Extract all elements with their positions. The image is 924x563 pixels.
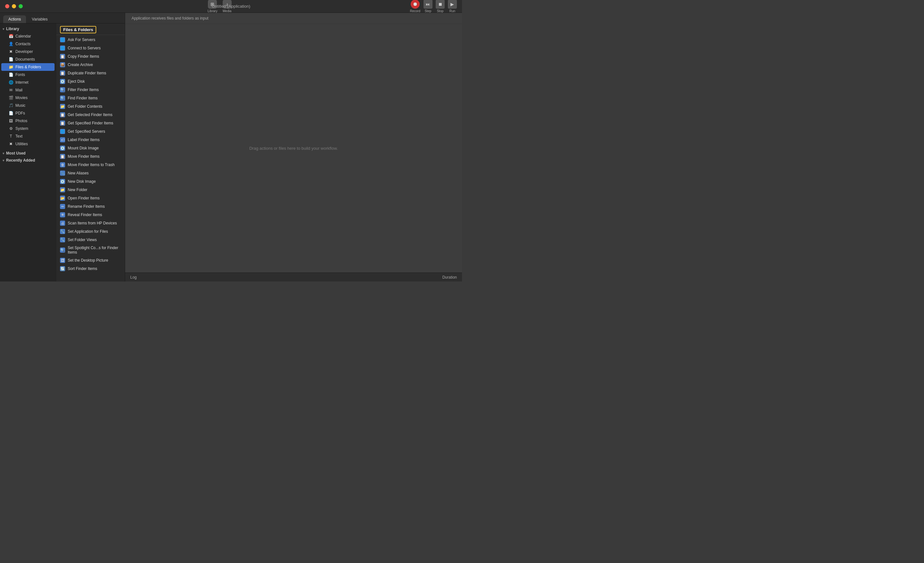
record-icon: ⏺ (411, 0, 420, 9)
record-button[interactable]: ⏺ Record (410, 0, 420, 13)
sidebar-system-label: System (15, 126, 28, 131)
sidebar-section-recently-added[interactable]: ▾ Recently Added (0, 157, 56, 164)
action-item-set-spotlight-comments[interactable]: 🔍Set Spotlight Co...s for Finder Items (56, 244, 125, 256)
sidebar-item-developer[interactable]: ✖ Developer (1, 48, 54, 55)
action-item-find-finder-items[interactable]: 🔍Find Finder Items (56, 94, 125, 102)
action-icon-mount-disk-image: 💿 (60, 145, 65, 151)
close-button[interactable] (5, 4, 9, 8)
window-controls (5, 4, 23, 8)
utilities-icon: ✖ (8, 141, 14, 147)
action-item-get-specified-finder-items[interactable]: 📋Get Specified Finder Items (56, 119, 125, 127)
action-icon-set-spotlight-comments: 🔍 (60, 247, 65, 253)
action-item-scan-items-hp[interactable]: 🖨Scan Items from HP Devices (56, 219, 125, 227)
documents-icon: 📄 (8, 57, 14, 62)
stop-button[interactable]: ⏹ Stop (436, 0, 445, 13)
action-label-set-application-for-files: Set Application for Files (68, 229, 108, 234)
action-icon-get-specified-finder-items: 📋 (60, 121, 65, 126)
action-item-create-archive[interactable]: 📦Create Archive (56, 61, 125, 69)
photos-icon: 🖼 (8, 118, 14, 123)
action-label-scan-items-hp: Scan Items from HP Devices (68, 221, 117, 225)
sidebar-item-contacts[interactable]: 👤 Contacts (1, 40, 54, 48)
movies-icon: 🎬 (8, 95, 14, 100)
sidebar-item-internet[interactable]: 🌐 Internet (1, 79, 54, 86)
action-item-reveal-finder-items[interactable]: 👁Reveal Finder Items (56, 211, 125, 219)
action-label-get-selected-finder-items: Get Selected Finder Items (68, 112, 112, 117)
action-label-mount-disk-image: Mount Disk Image (68, 146, 99, 150)
action-item-filter-finder-items[interactable]: 🔍Filter Finder Items (56, 85, 125, 94)
workflow-header: Application receives files and folders a… (125, 13, 462, 24)
sidebar-most-used-label: Most Used (6, 151, 26, 156)
action-label-eject-disk: Eject Disk (68, 79, 85, 84)
step-button[interactable]: ⏭ Step (423, 0, 432, 13)
sidebar-item-text[interactable]: T Text (1, 132, 54, 140)
system-icon: ⚙ (8, 126, 14, 131)
sidebar-item-files-folders[interactable]: 📁 Files & Folders (1, 63, 54, 71)
action-item-eject-disk[interactable]: 💿Eject Disk (56, 77, 125, 85)
mail-icon: ✉ (8, 88, 14, 93)
action-icon-ask-for-servers: 🌐 (60, 37, 65, 42)
action-item-new-folder[interactable]: 📁New Folder (56, 186, 125, 194)
sidebar-item-system[interactable]: ⚙ System (1, 125, 54, 132)
action-item-new-disk-image[interactable]: 💿New Disk Image (56, 177, 125, 186)
developer-icon: ✖ (8, 49, 14, 54)
action-label-sort-finder-items: Sort Finder Items (68, 267, 97, 271)
action-item-get-specified-servers[interactable]: 🌐Get Specified Servers (56, 127, 125, 136)
action-label-connect-to-servers: Connect to Servers (68, 46, 101, 50)
action-item-mount-disk-image[interactable]: 💿Mount Disk Image (56, 144, 125, 152)
action-label-open-finder-items: Open Finder Items (68, 196, 99, 201)
duration-label: Duration (442, 275, 457, 280)
sidebar-section-library[interactable]: ▾ Library (0, 25, 56, 32)
workflow-canvas[interactable]: Drag actions or files here to build your… (125, 24, 462, 273)
stop-icon: ⏹ (436, 0, 445, 9)
sidebar-item-mail[interactable]: ✉ Mail (1, 86, 54, 94)
sidebar-item-pdfs[interactable]: 📄 PDFs (1, 109, 54, 117)
action-item-open-finder-items[interactable]: 📂Open Finder Items (56, 194, 125, 202)
action-icon-open-finder-items: 📂 (60, 196, 65, 201)
maximize-button[interactable] (19, 4, 23, 8)
action-icon-get-selected-finder-items: 📋 (60, 112, 65, 117)
recently-added-arrow-icon: ▾ (3, 159, 4, 162)
toolbar-right: ⏺ Record ⏭ Step ⏹ Stop ▶ Run (410, 0, 457, 13)
sidebar-item-documents[interactable]: 📄 Documents (1, 55, 54, 63)
action-item-new-aliases[interactable]: 📎New Aliases (56, 169, 125, 177)
action-label-filter-finder-items: Filter Finder Items (68, 88, 99, 92)
run-button[interactable]: ▶ Run (448, 0, 457, 13)
left-panel: Actions Variables ▾ Library 📅 Calendar 👤… (0, 13, 125, 282)
action-item-get-folder-contents[interactable]: 📁Get Folder Contents (56, 102, 125, 111)
action-item-sort-finder-items[interactable]: 🔃Sort Finder Items (56, 265, 125, 273)
action-item-ask-for-servers[interactable]: 🌐Ask For Servers (56, 36, 125, 44)
action-item-move-finder-items-trash[interactable]: 🗑Move Finder Items to Trash (56, 161, 125, 169)
action-item-set-folder-views[interactable]: 🔧Set Folder Views (56, 236, 125, 244)
sidebar-item-music[interactable]: 🎵 Music (1, 102, 54, 109)
actions-list: Files & Folders 🌐Ask For Servers🌐Connect… (56, 23, 125, 282)
sidebar-section-most-used[interactable]: ▾ Most Used (0, 150, 56, 157)
tab-actions[interactable]: Actions (3, 15, 26, 23)
action-item-label-finder-items[interactable]: 🏷Label Finder Items (56, 136, 125, 144)
action-item-copy-finder-items[interactable]: 📋Copy Finder Items (56, 52, 125, 61)
minimize-button[interactable] (12, 4, 16, 8)
sidebar-item-fonts[interactable]: 📄 Fonts (1, 71, 54, 79)
action-item-get-selected-finder-items[interactable]: 📋Get Selected Finder Items (56, 111, 125, 119)
action-icon-rename-finder-items: ✏ (60, 204, 65, 209)
sidebar-movies-label: Movies (15, 96, 28, 100)
action-label-label-finder-items: Label Finder Items (68, 138, 99, 142)
action-label-get-specified-servers: Get Specified Servers (68, 129, 105, 134)
action-item-connect-to-servers[interactable]: 🌐Connect to Servers (56, 44, 125, 52)
sidebar-item-movies[interactable]: 🎬 Movies (1, 94, 54, 102)
sidebar-item-photos[interactable]: 🖼 Photos (1, 117, 54, 125)
tab-variables[interactable]: Variables (27, 15, 52, 23)
action-item-set-application-for-files[interactable]: 🔧Set Application for Files (56, 227, 125, 236)
action-item-move-finder-items[interactable]: 📋Move Finder Items (56, 152, 125, 161)
action-item-rename-finder-items[interactable]: ✏Rename Finder Items (56, 202, 125, 211)
action-item-set-desktop-picture[interactable]: 🖼Set the Desktop Picture (56, 256, 125, 265)
action-item-duplicate-finder-items[interactable]: 📋Duplicate Finder Items (56, 69, 125, 77)
log-label: Log (130, 275, 136, 280)
action-icon-set-application-for-files: 🔧 (60, 229, 65, 234)
sidebar-item-calendar[interactable]: 📅 Calendar (1, 32, 54, 40)
action-label-move-finder-items-trash: Move Finder Items to Trash (68, 163, 114, 167)
titlebar: ⊞ Library ♪ Media Untitled (Application)… (0, 0, 462, 13)
sidebar-item-utilities[interactable]: ✖ Utilities (1, 140, 54, 148)
step-icon: ⏭ (423, 0, 432, 9)
action-icon-new-disk-image: 💿 (60, 179, 65, 184)
action-label-create-archive: Create Archive (68, 63, 93, 67)
